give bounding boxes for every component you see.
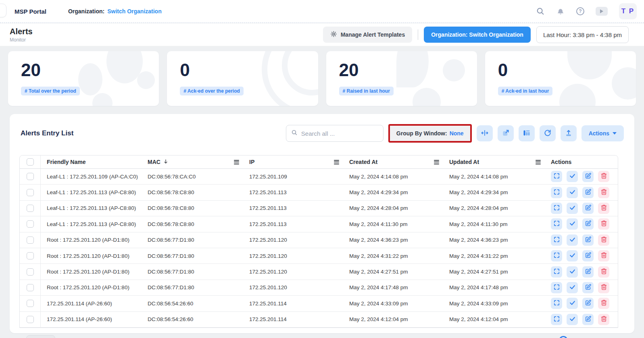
delete-alert-button[interactable] — [598, 234, 609, 246]
column-menu-icon[interactable] — [536, 160, 541, 164]
delete-alert-button[interactable] — [598, 266, 609, 278]
delete-alert-button[interactable] — [598, 187, 609, 198]
edit-alert-button[interactable] — [582, 234, 594, 246]
column-menu-icon[interactable] — [234, 160, 239, 164]
organization-label: Organization: — [68, 8, 104, 15]
expand-alert-button[interactable] — [551, 266, 562, 278]
expand-alert-button[interactable] — [551, 234, 562, 246]
column-menu-icon[interactable] — [334, 160, 339, 164]
refresh-icon — [544, 129, 552, 138]
row-checkbox[interactable] — [27, 189, 34, 196]
sort-desc-icon[interactable] — [163, 159, 169, 166]
expand-alert-button[interactable] — [551, 171, 562, 182]
column-header-mac[interactable]: MAC — [142, 159, 243, 166]
row-checkbox[interactable] — [27, 173, 34, 180]
row-checkbox-cell — [20, 312, 41, 327]
sidebar-toggle-notch[interactable] — [0, 4, 6, 17]
edit-alert-button[interactable] — [582, 314, 594, 325]
organization-scope-button[interactable]: Organization: Switch Organization — [424, 27, 531, 43]
search-input[interactable] — [301, 130, 378, 137]
columns-settings-button[interactable] — [519, 125, 535, 141]
delete-alert-button[interactable] — [598, 282, 609, 293]
row-checkbox[interactable] — [27, 300, 34, 307]
group-by-window-button[interactable]: Group By Window: None — [390, 126, 470, 141]
acknowledge-alert-button[interactable] — [567, 203, 578, 214]
notifications-bell-icon[interactable] — [556, 7, 565, 16]
expand-alert-button[interactable] — [551, 250, 562, 261]
cell-updated-at: May 2, 2024 4:28:04 pm — [443, 205, 545, 211]
expand-alert-button[interactable] — [551, 203, 562, 214]
cell-mac: DC:08:56:78:CA:C0 — [142, 174, 243, 180]
column-header-updated-at[interactable]: Updated At — [443, 159, 545, 165]
delete-alert-button[interactable] — [598, 250, 609, 261]
row-checkbox[interactable] — [27, 252, 34, 259]
edit-alert-button[interactable] — [582, 187, 594, 198]
export-button[interactable] — [561, 125, 577, 141]
delete-alert-button[interactable] — [598, 314, 609, 325]
cell-friendly-name: 172.25.201.114 (AP-26:60) — [41, 301, 142, 307]
expand-columns-button[interactable] — [477, 125, 493, 141]
cell-created-at: May 2, 2024 4:31:22 pm — [343, 253, 443, 259]
help-icon[interactable]: ? — [576, 7, 584, 15]
edit-alert-button[interactable] — [582, 218, 594, 230]
time-range-picker[interactable]: Last Hour: 3:38 pm - 4:38 pm — [536, 26, 629, 43]
acknowledge-alert-button[interactable] — [567, 234, 578, 246]
row-checkbox-cell — [20, 280, 41, 295]
edit-alert-button[interactable] — [582, 282, 594, 293]
cell-mac: DC:08:56:77:D1:80 — [142, 269, 243, 275]
acknowledge-alert-button[interactable] — [567, 282, 578, 293]
acknowledge-alert-button[interactable] — [567, 218, 578, 230]
acknowledge-alert-button[interactable] — [567, 171, 578, 182]
acknowledge-alert-button[interactable] — [567, 266, 578, 278]
cell-created-at: May 2, 2024 4:17:48 pm — [343, 284, 443, 290]
pagination-button-partial[interactable] — [26, 335, 55, 338]
edit-alert-button[interactable] — [582, 250, 594, 261]
cell-created-at: May 2, 2024 4:12:04 pm — [343, 316, 443, 322]
edit-alert-button[interactable] — [582, 266, 594, 278]
select-all-checkbox[interactable] — [27, 158, 34, 166]
delete-alert-button[interactable] — [598, 203, 609, 214]
switch-organization-link[interactable]: Switch Organization — [107, 8, 162, 15]
acknowledge-alert-button[interactable] — [567, 298, 578, 309]
manage-alert-templates-button[interactable]: Manage Alert Templates — [323, 27, 413, 43]
row-checkbox[interactable] — [27, 205, 34, 212]
expand-alert-button[interactable] — [551, 282, 562, 293]
acknowledge-alert-button[interactable] — [567, 187, 578, 198]
table-row: Root : 172.25.201.120 (AP-D1:80) DC:08:5… — [20, 232, 618, 248]
cell-mac: DC:08:56:54:26:60 — [142, 301, 243, 307]
refresh-button[interactable] — [540, 125, 556, 141]
pagination-indicator-partial[interactable] — [559, 336, 568, 338]
cell-updated-at: May 2, 2024 4:27:51 pm — [443, 269, 545, 275]
column-header-friendly-name[interactable]: Friendly Name — [41, 159, 142, 165]
video-tutorial-icon[interactable] — [596, 7, 608, 16]
delete-alert-button[interactable] — [598, 298, 609, 309]
row-checkbox[interactable] — [27, 316, 34, 323]
search-icon[interactable] — [536, 7, 545, 16]
row-checkbox[interactable] — [27, 220, 34, 228]
open-fullscreen-button[interactable] — [498, 125, 514, 141]
row-checkbox[interactable] — [27, 236, 34, 244]
edit-alert-button[interactable] — [582, 203, 594, 214]
acknowledge-alert-button[interactable] — [567, 250, 578, 261]
edit-alert-button[interactable] — [582, 171, 594, 182]
expand-alert-button[interactable] — [551, 314, 562, 325]
column-menu-icon[interactable] — [434, 160, 439, 164]
expand-alert-button[interactable] — [551, 187, 562, 198]
row-actions-cell — [545, 282, 618, 293]
check-icon — [569, 284, 576, 292]
row-checkbox[interactable] — [27, 268, 34, 276]
edit-icon — [585, 315, 592, 323]
edit-alert-button[interactable] — [582, 298, 594, 309]
actions-dropdown-button[interactable]: Actions — [581, 125, 624, 141]
delete-alert-button[interactable] — [598, 218, 609, 230]
expand-alert-button[interactable] — [551, 218, 562, 230]
cell-updated-at: May 2, 2024 4:36:23 pm — [443, 237, 545, 243]
expand-alert-button[interactable] — [551, 298, 562, 309]
column-header-ip[interactable]: IP — [243, 159, 343, 165]
row-checkbox[interactable] — [27, 284, 34, 291]
acknowledge-alert-button[interactable] — [567, 314, 578, 325]
expand-width-icon — [481, 129, 489, 138]
column-header-created-at[interactable]: Created At — [343, 159, 443, 165]
delete-alert-button[interactable] — [598, 171, 609, 182]
user-avatar[interactable]: T P — [619, 3, 637, 19]
